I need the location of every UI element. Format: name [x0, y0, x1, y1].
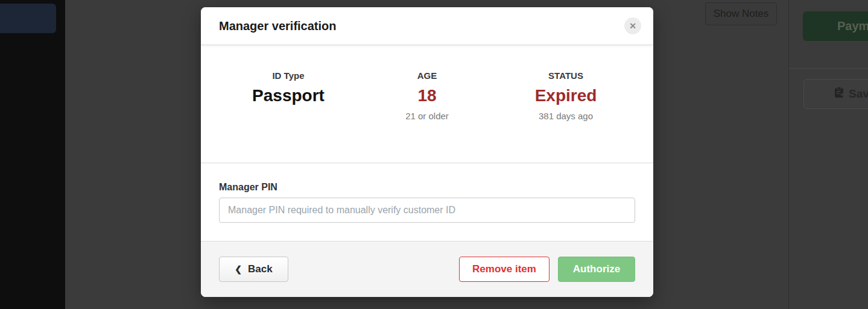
id-type-subtext [219, 111, 358, 122]
manager-pin-section: Manager PIN [201, 163, 653, 241]
remove-item-button[interactable]: Remove item [459, 257, 550, 282]
sidebar-active-item[interactable] [0, 4, 56, 33]
right-panel-section-divider [789, 68, 868, 69]
modal-header: Manager verification ✕ [201, 7, 653, 45]
id-type-value: Passport [219, 86, 358, 105]
save-button[interactable]: Sav [803, 79, 868, 109]
footer-action-group: Remove item Authorize [459, 257, 635, 282]
payment-button[interactable]: Paym [803, 11, 868, 41]
status-value: Expired [496, 86, 635, 105]
id-type-label: ID Type [219, 70, 358, 81]
status-column: STATUS Expired 381 days ago [496, 70, 635, 163]
close-icon: ✕ [629, 21, 636, 31]
chevron-left-icon: ❮ [235, 264, 242, 274]
back-button[interactable]: ❮ Back [219, 257, 288, 282]
modal-title: Manager verification [219, 19, 337, 33]
status-subtext: 381 days ago [496, 111, 635, 122]
close-button[interactable]: ✕ [624, 17, 641, 34]
save-clipboard-icon [834, 87, 844, 101]
manager-pin-input[interactable] [219, 198, 635, 223]
status-label: STATUS [496, 70, 635, 81]
manager-pin-label: Manager PIN [219, 182, 635, 193]
id-verification-summary: ID Type Passport AGE 18 21 or older STAT… [201, 45, 653, 163]
back-button-label: Back [248, 263, 273, 275]
age-value: 18 [358, 86, 496, 105]
save-button-label: Sav [849, 87, 868, 101]
right-panel-divider [788, 0, 789, 309]
age-label: AGE [358, 70, 496, 81]
age-column: AGE 18 21 or older [358, 70, 496, 163]
left-sidebar [0, 0, 65, 309]
show-notes-button[interactable]: Show Notes [705, 2, 777, 25]
id-type-column: ID Type Passport [219, 70, 358, 163]
modal-footer: ❮ Back Remove item Authorize [201, 241, 653, 297]
manager-verification-modal: Manager verification ✕ ID Type Passport … [201, 7, 653, 297]
authorize-button[interactable]: Authorize [558, 257, 635, 282]
age-subtext: 21 or older [358, 111, 496, 122]
